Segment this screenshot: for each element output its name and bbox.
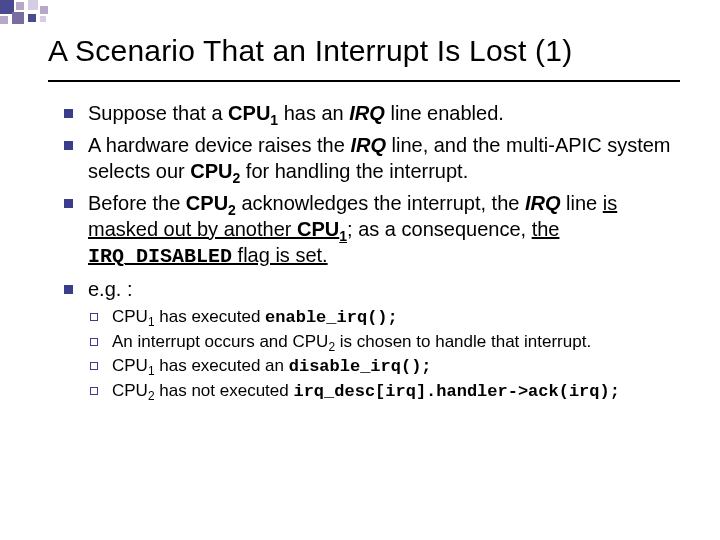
corner-decoration [0, 0, 160, 30]
text-run: line enabled. [385, 102, 504, 124]
deco-square [0, 16, 8, 24]
list-item: e.g. :CPU1 has executed enable_irq();An … [60, 276, 690, 403]
text-run: for handling the interrupt. [240, 160, 468, 182]
text-run: A hardware device raises the [88, 134, 350, 156]
text-run: e.g. : [88, 278, 132, 300]
text-run: irq_desc[irq].handler->ack(irq); [293, 382, 619, 401]
text-run: Before the [88, 192, 186, 214]
deco-square [12, 12, 24, 24]
text-run: enable_irq(); [265, 308, 398, 327]
text-run: has executed [155, 307, 266, 326]
list-item: CPU1 has executed enable_irq(); [88, 306, 690, 329]
bullet-list: Suppose that a CPU1 has an IRQ line enab… [60, 100, 690, 403]
text-run: disable_irq(); [289, 357, 432, 376]
slide: A Scenario That an Interrupt Is Lost (1)… [0, 0, 720, 540]
text-run: 1 [148, 365, 155, 379]
text-run: 1 [339, 228, 347, 244]
text-run: IRQ_DISABLED [88, 245, 232, 268]
deco-square [0, 0, 14, 14]
text-run: has an [278, 102, 349, 124]
text-run: CPU [190, 160, 232, 182]
list-item: CPU2 has not executed irq_desc[irq].hand… [88, 380, 690, 403]
deco-square [40, 6, 48, 14]
deco-square [40, 16, 46, 22]
sub-bullet-list: CPU1 has executed enable_irq();An interr… [88, 306, 690, 403]
text-run: IRQ [349, 102, 385, 124]
text-run: CPU [112, 307, 148, 326]
text-run: CPU [297, 218, 339, 240]
deco-square [28, 14, 36, 22]
text-run: CPU [112, 356, 148, 375]
text-run: IRQ [525, 192, 561, 214]
text-run: Suppose that a [88, 102, 228, 124]
text-run: flag is set. [232, 244, 328, 266]
deco-square [16, 2, 24, 10]
text-run: CPU [112, 381, 148, 400]
text-run: CPU [186, 192, 228, 214]
text-run: An interrupt occurs and CPU [112, 332, 328, 351]
text-run: IRQ [350, 134, 386, 156]
deco-square [28, 0, 38, 10]
title-underline [48, 80, 680, 82]
text-run: 2 [148, 390, 155, 404]
text-run: is chosen to handle that interrupt. [335, 332, 591, 351]
text-run: 1 [148, 315, 155, 329]
text-run: the [532, 218, 560, 240]
text-run: has executed an [155, 356, 289, 375]
slide-body: Suppose that a CPU1 has an IRQ line enab… [60, 100, 690, 409]
text-run: ; as a consequence, [347, 218, 532, 240]
text-run: has not executed [155, 381, 294, 400]
text-run: CPU [228, 102, 270, 124]
list-item: Suppose that a CPU1 has an IRQ line enab… [60, 100, 690, 126]
slide-title: A Scenario That an Interrupt Is Lost (1) [48, 34, 690, 69]
list-item: CPU1 has executed an disable_irq(); [88, 355, 690, 378]
text-run: line [561, 192, 603, 214]
list-item: Before the CPU2 acknowledges the interru… [60, 190, 690, 270]
list-item: A hardware device raises the IRQ line, a… [60, 132, 690, 184]
text-run: 1 [270, 112, 278, 128]
text-run: acknowledges the interrupt, the [236, 192, 525, 214]
text-run: 2 [228, 202, 236, 218]
list-item: An interrupt occurs and CPU2 is chosen t… [88, 331, 690, 353]
